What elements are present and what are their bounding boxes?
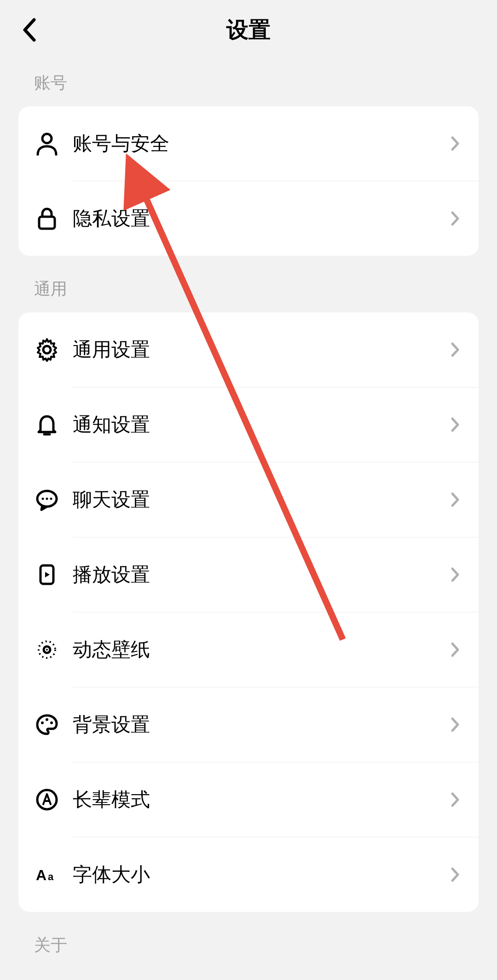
palette-icon [34,712,60,738]
live-wallpaper-icon [34,637,60,663]
row-background[interactable]: 背景设置 [18,687,479,762]
row-account-security[interactable]: 账号与安全 [18,106,479,181]
user-icon [34,131,60,156]
svg-text:A: A [36,867,46,883]
svg-point-7 [50,498,52,500]
svg-point-10 [46,649,48,651]
bell-icon [34,412,60,438]
chevron-left-icon [21,17,38,43]
svg-point-6 [46,498,48,500]
svg-point-5 [42,498,44,500]
chevron-right-icon [447,211,463,226]
chevron-right-icon [447,867,463,882]
svg-point-15 [37,790,57,809]
svg-point-14 [50,721,53,724]
row-label: 字体大小 [73,862,447,888]
svg-point-12 [41,721,44,724]
row-notification[interactable]: 通知设置 [18,387,479,462]
chevron-right-icon [447,792,463,807]
svg-point-13 [46,718,48,721]
row-label: 通知设置 [73,412,447,438]
section-label-general: 通用 [0,256,497,312]
row-label: 播放设置 [73,562,447,588]
card-account: 账号与安全 隐私设置 [18,106,479,256]
gear-icon [34,337,60,363]
svg-text:a: a [48,871,54,882]
svg-point-2 [43,346,51,353]
card-general: 通用设置 通知设置 聊天设置 播放设置 [18,312,479,912]
row-label: 账号与安全 [73,131,447,156]
chevron-right-icon [447,492,463,507]
row-elder-mode[interactable]: 长辈模式 [18,762,479,837]
svg-point-0 [42,134,52,143]
header: 设置 [0,0,497,60]
row-label: 长辈模式 [73,787,447,813]
chevron-right-icon [447,567,463,582]
lock-icon [34,206,60,231]
row-live-wallpaper[interactable]: 动态壁纸 [18,612,479,687]
row-playback[interactable]: 播放设置 [18,537,479,612]
row-label: 聊天设置 [73,487,447,513]
svg-rect-1 [39,217,55,229]
row-chat[interactable]: 聊天设置 [18,462,479,537]
chevron-right-icon [447,417,463,432]
back-button[interactable] [18,19,40,41]
chat-icon [34,487,60,513]
row-label: 动态壁纸 [73,637,447,663]
row-general[interactable]: 通用设置 [18,312,479,387]
row-privacy[interactable]: 隐私设置 [18,181,479,256]
row-label: 背景设置 [73,712,447,738]
font-size-icon: Aa [34,862,60,888]
chevron-right-icon [447,342,463,357]
chevron-right-icon [447,717,463,732]
chevron-right-icon [447,642,463,657]
page-title: 设置 [18,15,479,45]
chevron-right-icon [447,136,463,151]
row-label: 隐私设置 [73,206,447,231]
a-circle-icon [34,787,60,813]
play-device-icon [34,562,60,588]
row-font-size[interactable]: Aa 字体大小 [18,837,479,912]
section-label-account: 账号 [0,60,497,106]
row-label: 通用设置 [73,337,447,363]
section-label-about: 关于 [0,912,497,968]
